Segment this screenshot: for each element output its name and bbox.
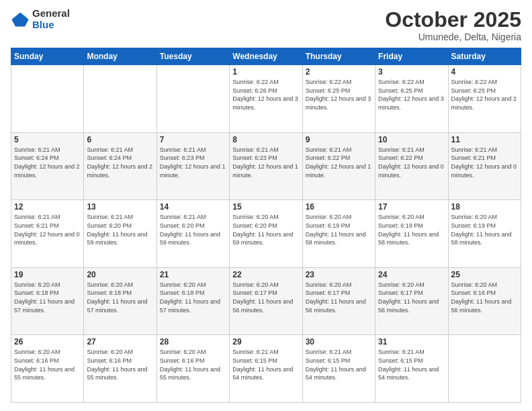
day-number: 13	[87, 202, 153, 212]
day-info: Sunrise: 6:21 AMSunset: 6:20 PMDaylight:…	[87, 214, 147, 246]
day-info: Sunrise: 6:21 AMSunset: 6:23 PMDaylight:…	[232, 146, 298, 179]
day-info: Sunrise: 6:21 AMSunset: 6:24 PMDaylight:…	[87, 146, 152, 179]
day-info: Sunrise: 6:20 AMSunset: 6:16 PMDaylight:…	[14, 349, 75, 381]
day-info: Sunrise: 6:20 AMSunset: 6:20 PMDaylight:…	[232, 214, 293, 246]
day-info: Sunrise: 6:20 AMSunset: 6:18 PMDaylight:…	[160, 281, 220, 314]
day-info: Sunrise: 6:20 AMSunset: 6:18 PMDaylight:…	[87, 281, 147, 314]
calendar-header-sunday: Sunday	[11, 48, 84, 65]
day-number: 20	[87, 270, 153, 279]
day-info: Sunrise: 6:21 AMSunset: 6:15 PMDaylight:…	[378, 349, 439, 381]
day-info: Sunrise: 6:20 AMSunset: 6:16 PMDaylight:…	[160, 349, 220, 381]
day-number: 10	[378, 135, 445, 144]
day-info: Sunrise: 6:21 AMSunset: 6:23 PMDaylight:…	[160, 146, 226, 179]
calendar-cell: 10 Sunrise: 6:21 AMSunset: 6:22 PMDaylig…	[375, 132, 448, 200]
day-number: 27	[87, 337, 153, 347]
logo-icon	[11, 10, 30, 29]
day-number: 4	[451, 67, 518, 77]
day-number: 30	[306, 337, 372, 347]
calendar-cell: 17 Sunrise: 6:20 AMSunset: 6:19 PMDaylig…	[375, 200, 448, 268]
day-info: Sunrise: 6:21 AMSunset: 6:15 PMDaylight:…	[306, 349, 366, 381]
calendar-cell: 30 Sunrise: 6:21 AMSunset: 6:15 PMDaylig…	[302, 335, 375, 403]
day-number: 5	[14, 135, 81, 144]
calendar-cell: 11 Sunrise: 6:21 AMSunset: 6:21 PMDaylig…	[448, 132, 521, 200]
calendar-cell: 7 Sunrise: 6:21 AMSunset: 6:23 PMDayligh…	[157, 132, 229, 200]
calendar-week-4: 19 Sunrise: 6:20 AMSunset: 6:18 PMDaylig…	[11, 267, 521, 335]
day-number: 26	[14, 337, 81, 347]
day-number: 1	[232, 67, 299, 77]
day-info: Sunrise: 6:21 AMSunset: 6:20 PMDaylight:…	[160, 214, 220, 246]
calendar-cell: 29 Sunrise: 6:21 AMSunset: 6:15 PMDaylig…	[230, 335, 302, 403]
calendar-cell: 24 Sunrise: 6:20 AMSunset: 6:17 PMDaylig…	[375, 267, 448, 335]
logo: General Blue	[11, 8, 70, 30]
day-number: 16	[306, 202, 372, 212]
day-number: 7	[160, 135, 226, 144]
calendar-cell: 27 Sunrise: 6:20 AMSunset: 6:16 PMDaylig…	[84, 335, 157, 403]
calendar-cell	[448, 335, 521, 403]
day-info: Sunrise: 6:20 AMSunset: 6:16 PMDaylight:…	[451, 281, 512, 314]
calendar-cell: 9 Sunrise: 6:21 AMSunset: 6:22 PMDayligh…	[302, 132, 375, 200]
calendar-header-tuesday: Tuesday	[157, 48, 229, 65]
day-number: 3	[378, 67, 445, 77]
day-info: Sunrise: 6:21 AMSunset: 6:24 PMDaylight:…	[14, 146, 80, 179]
day-number: 28	[160, 337, 226, 347]
day-number: 12	[14, 202, 81, 212]
day-number: 11	[451, 135, 518, 144]
calendar-week-3: 12 Sunrise: 6:21 AMSunset: 6:21 PMDaylig…	[11, 200, 521, 268]
day-info: Sunrise: 6:20 AMSunset: 6:19 PMDaylight:…	[378, 214, 439, 246]
calendar-header-saturday: Saturday	[448, 48, 521, 65]
calendar-cell: 12 Sunrise: 6:21 AMSunset: 6:21 PMDaylig…	[11, 200, 84, 268]
day-number: 8	[232, 135, 299, 144]
calendar-cell	[157, 65, 229, 133]
day-number: 31	[378, 337, 445, 347]
day-info: Sunrise: 6:22 AMSunset: 6:26 PMDaylight:…	[232, 79, 298, 111]
logo-blue: Blue	[32, 19, 70, 31]
calendar-cell: 2 Sunrise: 6:22 AMSunset: 6:25 PMDayligh…	[302, 65, 375, 133]
day-info: Sunrise: 6:22 AMSunset: 6:25 PMDaylight:…	[306, 79, 371, 111]
month-title: October 2025	[385, 8, 521, 32]
day-number: 29	[232, 337, 299, 347]
calendar-cell: 14 Sunrise: 6:21 AMSunset: 6:20 PMDaylig…	[157, 200, 229, 268]
calendar-cell: 6 Sunrise: 6:21 AMSunset: 6:24 PMDayligh…	[84, 132, 157, 200]
calendar-cell: 18 Sunrise: 6:20 AMSunset: 6:19 PMDaylig…	[448, 200, 521, 268]
calendar-header-wednesday: Wednesday	[230, 48, 302, 65]
day-number: 22	[232, 270, 299, 279]
title-section: October 2025 Umunede, Delta, Nigeria	[385, 8, 521, 42]
day-info: Sunrise: 6:21 AMSunset: 6:15 PMDaylight:…	[232, 349, 293, 381]
day-info: Sunrise: 6:20 AMSunset: 6:17 PMDaylight:…	[378, 281, 439, 314]
calendar-body: 1 Sunrise: 6:22 AMSunset: 6:26 PMDayligh…	[11, 65, 521, 403]
calendar-header-row: SundayMondayTuesdayWednesdayThursdayFrid…	[11, 48, 521, 65]
calendar-week-1: 1 Sunrise: 6:22 AMSunset: 6:26 PMDayligh…	[11, 65, 521, 133]
day-number: 18	[451, 202, 518, 212]
day-number: 21	[160, 270, 226, 279]
day-number: 6	[87, 135, 153, 144]
logo-general: General	[32, 8, 70, 19]
calendar-cell: 25 Sunrise: 6:20 AMSunset: 6:16 PMDaylig…	[448, 267, 521, 335]
day-number: 14	[160, 202, 226, 212]
calendar-cell	[11, 65, 84, 133]
day-info: Sunrise: 6:22 AMSunset: 6:25 PMDaylight:…	[378, 79, 444, 111]
day-info: Sunrise: 6:20 AMSunset: 6:17 PMDaylight:…	[232, 281, 293, 314]
calendar-cell: 20 Sunrise: 6:20 AMSunset: 6:18 PMDaylig…	[84, 267, 157, 335]
header: General Blue October 2025 Umunede, Delta…	[11, 8, 521, 42]
calendar-cell: 22 Sunrise: 6:20 AMSunset: 6:17 PMDaylig…	[230, 267, 302, 335]
calendar-cell: 31 Sunrise: 6:21 AMSunset: 6:15 PMDaylig…	[375, 335, 448, 403]
calendar-cell: 4 Sunrise: 6:22 AMSunset: 6:25 PMDayligh…	[448, 65, 521, 133]
day-number: 9	[306, 135, 372, 144]
day-number: 2	[306, 67, 372, 77]
day-info: Sunrise: 6:21 AMSunset: 6:21 PMDaylight:…	[451, 146, 517, 179]
svg-marker-0	[11, 12, 28, 26]
day-info: Sunrise: 6:22 AMSunset: 6:25 PMDaylight:…	[451, 79, 517, 111]
page: General Blue October 2025 Umunede, Delta…	[0, 0, 532, 411]
day-info: Sunrise: 6:20 AMSunset: 6:17 PMDaylight:…	[306, 281, 366, 314]
logo-text: General Blue	[32, 8, 70, 30]
location: Umunede, Delta, Nigeria	[385, 32, 521, 42]
day-info: Sunrise: 6:20 AMSunset: 6:19 PMDaylight:…	[306, 214, 366, 246]
calendar-header-monday: Monday	[84, 48, 157, 65]
calendar-header-thursday: Thursday	[302, 48, 375, 65]
calendar-week-5: 26 Sunrise: 6:20 AMSunset: 6:16 PMDaylig…	[11, 335, 521, 403]
calendar-cell: 23 Sunrise: 6:20 AMSunset: 6:17 PMDaylig…	[302, 267, 375, 335]
day-number: 15	[232, 202, 299, 212]
calendar-cell: 19 Sunrise: 6:20 AMSunset: 6:18 PMDaylig…	[11, 267, 84, 335]
calendar-cell: 1 Sunrise: 6:22 AMSunset: 6:26 PMDayligh…	[230, 65, 302, 133]
calendar-cell: 16 Sunrise: 6:20 AMSunset: 6:19 PMDaylig…	[302, 200, 375, 268]
